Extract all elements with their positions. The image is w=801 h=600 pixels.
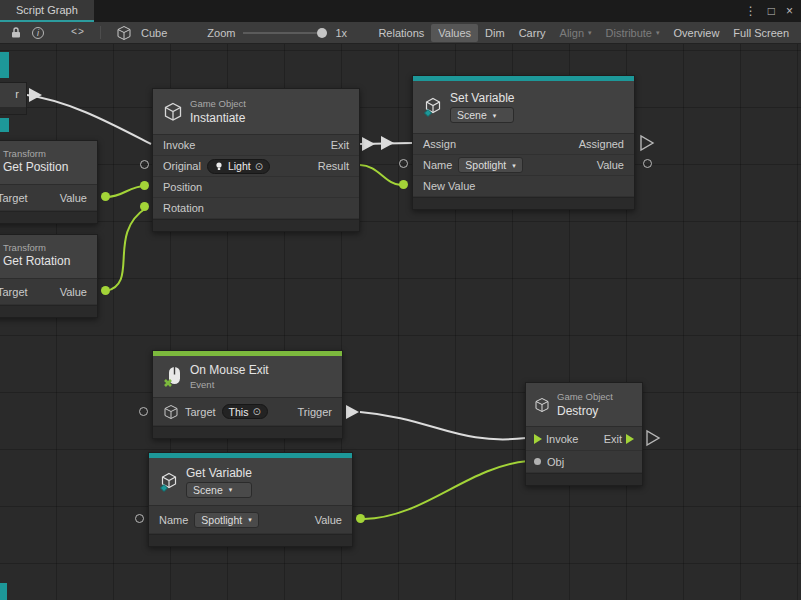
node-footer [0,211,97,223]
info-icon[interactable]: i [32,27,44,39]
cube-icon [163,102,183,122]
node-instantiate[interactable]: Game Object Instantiate Invoke Exit Orig… [152,88,360,232]
value-output-port[interactable] [643,159,652,168]
graph-target-label: Cube [141,27,167,39]
overview-button[interactable]: Overview [667,24,727,42]
name-input-port[interactable] [399,159,408,168]
node-footer [526,473,642,485]
node-footer [153,426,342,438]
position-input-port[interactable] [140,181,149,190]
values-button[interactable]: Values [431,24,478,42]
new-value-input-port[interactable] [399,180,408,189]
dropdown-value: Spotlight [201,514,242,526]
node-title: Get Rotation [3,254,70,268]
dim-button[interactable]: Dim [478,24,512,42]
menu-icon[interactable]: ⋮ [745,4,757,18]
node-title: Get Variable [186,466,252,480]
wire-trigger-to-destroy-invoke [360,412,526,439]
get-position-value-port[interactable] [101,192,110,201]
port-label-invoke: Invoke [163,139,195,151]
variable-scope-dropdown[interactable]: Scene ▾ [186,482,252,498]
port-label-exit: Exit [331,139,349,151]
flow-arrow-icon [534,434,542,444]
close-icon[interactable]: × [786,4,793,18]
port-label-assigned: Assigned [579,138,624,150]
node-subtitle: Event [190,379,269,390]
node-get-variable[interactable]: Get Variable Scene ▾ Name Spotlight ▾ Va… [148,452,353,547]
node-footer [413,197,634,209]
node-destroy[interactable]: Game Object Destroy Invoke Exit Obj [525,382,643,486]
flow-arrow-icon [346,405,359,419]
variable-scope-dropdown[interactable]: Scene ▾ [450,107,514,123]
wire-exit-to-assign [360,143,412,144]
flow-arrow-icon [381,136,394,150]
port-label-name: Name [159,514,188,526]
variable-icon [423,97,443,117]
node-footer [0,107,26,114]
node-on-mouse-exit[interactable]: On Mouse Exit Event Target This ⊙ Tri [152,350,343,439]
offscreen-variable-node-fragment [0,583,7,600]
port-label-value: Value [60,286,87,298]
original-input-port[interactable] [140,160,149,169]
port-label-new-value: New Value [423,180,475,192]
port-label-target: Target [0,192,28,204]
carry-button[interactable]: Carry [512,24,553,42]
offscreen-node-fragment[interactable]: r [0,82,27,115]
fullscreen-button[interactable]: Full Screen [726,24,796,42]
chevron-down-icon: ▾ [588,29,592,36]
wire-flow-to-invoke [27,95,151,144]
rotation-input-port[interactable] [140,202,149,211]
node-title: Destroy [557,404,613,418]
object-picker-icon[interactable]: ⊙ [255,161,263,172]
chevron-down-icon: ▾ [512,162,516,169]
port-label-obj: Obj [547,456,564,468]
lock-icon[interactable] [10,26,22,39]
node-get-rotation[interactable]: Transform Get Rotation Target Value [0,234,98,318]
destroy-exit-output-port-icon [647,431,659,445]
node-get-position[interactable]: Transform Get Position Target Value [0,140,98,224]
align-button[interactable]: Align ▾ [553,24,599,42]
port-label-invoke: Invoke [546,433,578,445]
object-field-value: This [229,406,249,418]
variable-name-dropdown[interactable]: Spotlight ▾ [458,157,522,173]
node-title: Set Variable [450,91,514,105]
chevron-down-icon: ▾ [248,516,252,523]
code-icon[interactable]: <> [71,27,85,38]
wire-layer [0,44,801,600]
node-title: Instantiate [190,111,246,125]
get-variable-name-port[interactable] [135,514,144,523]
maximize-icon[interactable]: □ [768,4,775,18]
tab-script-graph[interactable]: Script Graph [0,0,94,22]
graph-toolbar: i <> Cube Zoom 1x Relations Values Dim C… [0,22,801,44]
relations-button[interactable]: Relations [371,24,431,42]
node-footer [149,534,352,546]
variable-name-dropdown[interactable]: Spotlight ▾ [194,512,258,528]
mouse-icon [163,365,183,389]
node-set-variable[interactable]: Set Variable Scene ▾ Assign Assigned Nam… [412,75,635,210]
port-label-trigger: Trigger [298,406,332,418]
toolbar-separator [100,26,101,39]
distribute-button[interactable]: Distribute ▾ [599,24,667,42]
assigned-output-port-icon [641,136,653,150]
get-variable-value-port[interactable] [356,514,365,523]
zoom-label: Zoom [207,27,235,39]
node-category: Transform [3,148,46,159]
zoom-slider[interactable] [243,27,327,39]
mouse-exit-target-port[interactable] [139,407,148,416]
original-object-field[interactable]: Light ⊙ [207,159,270,174]
cube-icon [163,404,179,420]
node-category: Transform [3,242,46,253]
offscreen-variable-node-fragment [0,52,9,78]
port-label-value: Value [315,514,342,526]
port-label-exit: Exit [604,433,622,445]
graph-canvas[interactable]: r Transform Get Position Target Value Tr… [0,44,801,600]
target-object-field[interactable]: This ⊙ [222,404,268,419]
tab-bar: Script Graph ⋮ □ × [0,0,801,22]
flow-arrow-icon [29,88,42,102]
node-footer [0,305,97,317]
value-port-icon [534,458,541,465]
object-picker-icon[interactable]: ⊙ [252,406,260,417]
fragment-label: r [15,88,19,100]
zoom-slider-knob[interactable] [317,28,327,38]
get-rotation-value-port[interactable] [101,286,110,295]
